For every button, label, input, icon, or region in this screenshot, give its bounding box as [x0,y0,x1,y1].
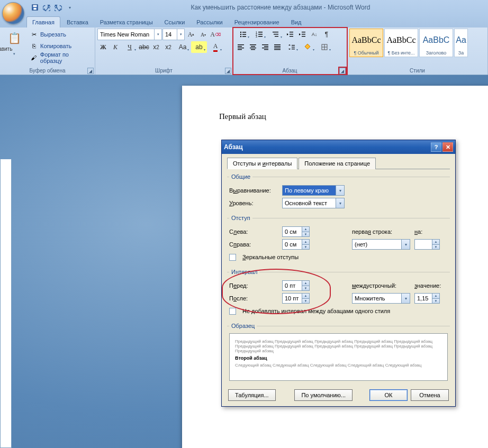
cut-button[interactable]: ✂Вырезать [29,29,93,40]
svg-rect-26 [238,48,244,48]
svg-rect-32 [262,44,268,45]
underline-button[interactable]: Ч [122,41,138,53]
mirror-indents-checkbox[interactable] [229,254,236,261]
style-heading2[interactable]: AaЗа [454,29,468,57]
qat-customize[interactable]: ▾ [65,2,75,13]
spinner-down-icon[interactable]: ▼ [302,232,309,237]
style-name: ¶ Обычный [354,50,378,56]
indent-right-value: 0 см [285,241,296,248]
save-button[interactable] [30,2,40,13]
svg-rect-38 [274,48,281,48]
highlight-button[interactable]: ab [191,41,207,53]
copy-button[interactable]: ⎘Копировать [29,40,93,52]
font-name-combo[interactable]: Times New Roman▾ [97,29,162,40]
close-button[interactable]: ✕ [442,142,453,152]
align-left-button[interactable] [235,41,247,53]
tab-references[interactable]: Ссылки [159,17,191,28]
subscript-button[interactable]: x2 [150,41,162,53]
shading-button[interactable] [300,41,316,53]
strikethrough-button[interactable]: abc [138,41,150,53]
office-button[interactable] [2,2,24,24]
numbering-button[interactable]: 123 [251,29,267,40]
alignment-combo[interactable]: По левому краю▾ [282,185,345,196]
borders-button[interactable] [317,41,332,53]
change-case-button[interactable]: Aa [175,41,191,53]
bold-button[interactable]: Ж [97,41,109,53]
spinner-up-icon[interactable]: ▲ [432,294,439,299]
paste-button[interactable]: 📋 Вставить ▾ [2,29,26,67]
align-right-button[interactable] [259,41,271,53]
spinner-down-icon[interactable]: ▼ [432,245,439,250]
font-size-combo[interactable]: 14▾ [162,29,185,40]
grow-font-button[interactable]: A▴ [185,29,197,40]
indent-right-spinner[interactable]: 0 см▲▼ [282,239,310,250]
spinner-up-icon[interactable]: ▲ [302,227,309,232]
tab-page-layout[interactable]: Разметка страницы [95,17,158,28]
tab-indents-spacing[interactable]: Отступы и интервалы [227,158,297,169]
outline-level-combo[interactable]: Основной текст▾ [282,198,345,208]
no-space-checkbox[interactable] [229,308,236,315]
spinner-up-icon[interactable]: ▲ [302,281,309,286]
sort-button[interactable]: А↓ [309,29,320,40]
alignment-value: По левому краю [285,187,329,194]
special-indent-label: первая строка: [352,228,410,235]
show-marks-button[interactable]: ¶ [321,29,332,40]
spacing-after-spinner[interactable]: 10 пт▲▼ [282,293,310,304]
redo-button[interactable] [53,2,64,13]
multilevel-list-button[interactable] [268,29,284,40]
line-spacing-combo[interactable]: Множитель▾ [352,293,410,304]
paragraph-launcher[interactable]: ◢ [339,68,346,74]
default-button[interactable]: По умолчанию... [294,389,353,401]
italic-button[interactable]: К [110,41,121,53]
preview-prev-text: Предыдущий абзац Предыдущий абзац Предыд… [235,339,442,353]
vertical-ruler[interactable] [0,159,12,448]
spacing-before-spinner[interactable]: 0 пт▲▼ [282,280,310,291]
special-indent-combo[interactable]: (нет)▾ [352,239,410,250]
line-at-spinner[interactable]: 1,15▲▼ [414,293,440,304]
spinner-up-icon[interactable]: ▲ [432,240,439,245]
font-color-button[interactable]: A [207,41,223,53]
spinner-up-icon[interactable]: ▲ [302,294,309,299]
bullets-button[interactable] [235,29,251,40]
dialog-titlebar[interactable]: Абзац ? ✕ [222,140,455,154]
clipboard-launcher[interactable]: ◢ [87,68,94,74]
tabs-button[interactable]: Табуляция... [228,389,276,401]
group-clipboard: 📋 Вставить ▾ ✂Вырезать ⎘Копировать 🖌Форм… [0,28,95,75]
undo-button[interactable] [41,2,52,13]
special-by-spinner[interactable]: ▲▼ [414,239,440,250]
decrease-indent-button[interactable] [284,29,296,40]
spinner-down-icon[interactable]: ▼ [302,245,309,250]
tab-insert[interactable]: Вставка [61,17,94,28]
tab-review[interactable]: Рецензирование [229,17,285,28]
tab-mailings[interactable]: Рассылки [191,17,228,28]
font-launcher[interactable]: ◢ [225,68,231,74]
tab-line-page-breaks[interactable]: Положение на странице [299,158,376,169]
help-button[interactable]: ? [431,142,441,152]
font-size-value: 14 [165,31,171,38]
clear-formatting-button[interactable]: A⌫ [210,29,221,40]
format-painter-button[interactable]: 🖌Формат по образцу [29,52,93,63]
style-no-spacing[interactable]: AaBbCc¶ Без инте... [384,29,418,57]
tab-home[interactable]: Главная [26,16,60,28]
increase-indent-button[interactable] [296,29,308,40]
align-center-button[interactable] [247,41,259,53]
superscript-button[interactable]: x2 [162,41,174,53]
justify-button[interactable] [272,41,283,53]
spinner-down-icon[interactable]: ▼ [432,299,439,304]
line-spacing-button[interactable] [284,41,300,53]
cancel-button[interactable]: Отмена [411,389,449,401]
paragraph-text[interactable]: Первый абзац [219,112,488,121]
svg-rect-17 [275,36,278,36]
style-normal[interactable]: AaBbCc¶ Обычный [349,29,383,57]
outline-value: Основной текст [285,200,327,206]
ok-button[interactable]: ОК [369,389,408,401]
indent-right-label: Справа: [229,241,278,248]
window-title: Как уменьшить расстояние между абзацами … [75,4,486,11]
indent-left-spinner[interactable]: 0 см▲▼ [282,226,310,237]
spinner-down-icon[interactable]: ▼ [302,286,309,291]
spinner-down-icon[interactable]: ▼ [302,299,309,304]
spinner-up-icon[interactable]: ▲ [302,240,309,245]
tab-view[interactable]: Вид [286,17,307,28]
style-heading1[interactable]: AaBbCЗаголово [419,29,453,57]
shrink-font-button[interactable]: A▾ [197,29,209,40]
